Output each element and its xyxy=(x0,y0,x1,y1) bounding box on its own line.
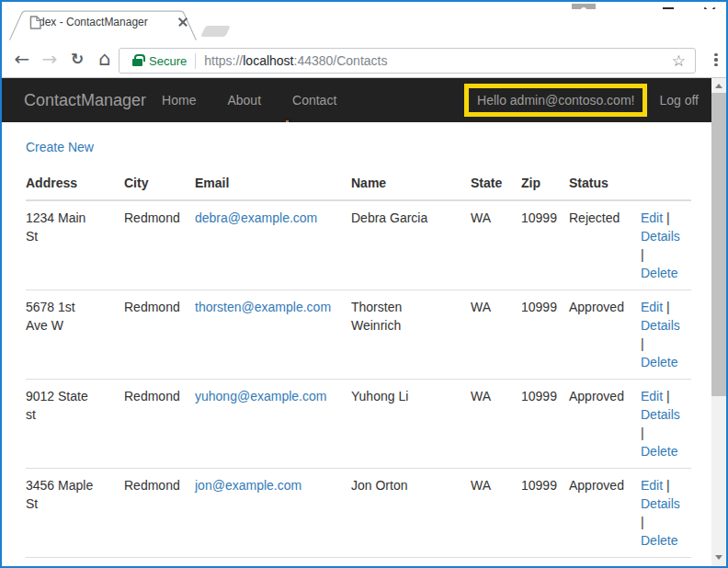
tab-title: Index - ContactManager xyxy=(29,16,171,28)
cell-zip: 10999 xyxy=(521,469,569,558)
cell-address: 1234 Main St xyxy=(26,200,124,290)
delete-link[interactable]: Delete xyxy=(641,444,677,459)
table-row: 5678 1st Ave W Redmond thorsten@example.… xyxy=(26,290,691,380)
url-scheme: https:// xyxy=(204,53,243,68)
bookmark-star-icon[interactable]: ☆ xyxy=(672,51,686,70)
email-link[interactable]: jon@example.com xyxy=(195,478,301,493)
cell-state: WA xyxy=(471,380,521,469)
contacts-table: Address City Email Name State Zip Status… xyxy=(26,166,691,558)
cell-name: Yuhong Li xyxy=(351,380,471,469)
edit-link[interactable]: Edit xyxy=(641,300,663,314)
delete-link[interactable]: Delete xyxy=(641,533,677,548)
email-link[interactable]: yuhong@example.com xyxy=(195,389,326,403)
cell-zip: 10999 xyxy=(521,380,569,469)
cell-address: 9012 State st xyxy=(26,380,124,469)
page-content: Create New Address City Email Name State… xyxy=(2,122,711,566)
app-navbar: ContactManager Home About Contact Hello … xyxy=(2,78,711,122)
col-header-zip: Zip xyxy=(521,166,569,200)
action-separator: | xyxy=(666,300,670,314)
nav-contact-link[interactable]: Contact xyxy=(277,93,352,108)
cell-address: 3456 Maple St xyxy=(26,469,124,558)
browser-toolbar: ← → ↻ ⌂ Secure https://localhost:44380/C… xyxy=(2,40,726,78)
cell-status: Rejected xyxy=(569,200,641,290)
col-header-city: City xyxy=(124,166,195,200)
edit-link[interactable]: Edit xyxy=(641,210,663,225)
cell-state: WA xyxy=(471,200,521,290)
details-link[interactable]: Details xyxy=(641,407,680,422)
cell-actions: Edit | Details | Delete xyxy=(641,469,691,558)
edit-link[interactable]: Edit xyxy=(641,478,663,493)
scrollbar-thumb[interactable] xyxy=(711,93,726,396)
cell-status: Approved xyxy=(569,469,641,558)
scroll-up-button[interactable] xyxy=(711,78,726,93)
tab-strip: Index - ContactManager xyxy=(2,9,726,40)
cell-state: WA xyxy=(471,290,521,380)
reload-icon[interactable]: ↻ xyxy=(64,40,90,77)
cell-city: Redmond xyxy=(124,469,195,558)
table-row: 9012 State st Redmond yuhong@example.com… xyxy=(26,380,691,469)
greeting-highlight-box: Hello admin@contoso.com! xyxy=(464,84,647,117)
url-path: :44380/Contacts xyxy=(294,53,388,68)
delete-link[interactable]: Delete xyxy=(641,266,677,280)
action-separator: | xyxy=(666,478,670,493)
email-link[interactable]: thorsten@example.com xyxy=(195,300,331,314)
cell-status: Approved xyxy=(569,290,641,380)
tab-close-icon[interactable] xyxy=(178,17,188,27)
cell-zip: 10999 xyxy=(521,200,569,290)
back-icon[interactable]: ← xyxy=(9,40,35,77)
cell-actions: Edit | Details | Delete xyxy=(641,200,691,290)
col-header-address: Address xyxy=(26,166,124,200)
cell-state: WA xyxy=(471,469,521,558)
secure-badge[interactable]: Secure xyxy=(149,54,187,68)
details-link[interactable]: Details xyxy=(641,229,680,244)
cell-city: Redmond xyxy=(124,290,195,380)
nav-about-link[interactable]: About xyxy=(211,93,277,108)
col-header-actions xyxy=(641,166,691,200)
col-header-state: State xyxy=(471,166,521,200)
url-host: localhost xyxy=(243,53,293,68)
cell-address: 5678 1st Ave W xyxy=(26,290,124,380)
cell-status: Approved xyxy=(569,380,641,469)
brand-link[interactable]: ContactManager xyxy=(24,91,146,110)
action-separator: | xyxy=(641,515,644,529)
browser-menu-icon[interactable] xyxy=(706,49,726,71)
col-header-name: Name xyxy=(351,166,471,200)
email-link[interactable]: debra@example.com xyxy=(195,210,317,225)
omnibox-divider xyxy=(195,53,196,69)
col-header-email: Email xyxy=(195,166,351,200)
scroll-down-button[interactable] xyxy=(711,550,726,564)
new-tab-button[interactable] xyxy=(200,26,231,37)
details-link[interactable]: Details xyxy=(641,318,680,333)
nav-home-link[interactable]: Home xyxy=(146,93,211,108)
browser-window: Index - ContactManager ← → ↻ ⌂ Secure ht… xyxy=(0,0,728,568)
action-separator: | xyxy=(641,247,644,262)
edit-link[interactable]: Edit xyxy=(641,389,663,403)
padlock-icon xyxy=(132,59,142,66)
action-separator: | xyxy=(641,426,644,440)
action-separator: | xyxy=(666,210,670,225)
details-link[interactable]: Details xyxy=(641,496,680,511)
log-off-link[interactable]: Log off xyxy=(659,93,699,108)
cell-city: Redmond xyxy=(124,200,195,290)
cell-city: Redmond xyxy=(124,380,195,469)
scroll-up-icon xyxy=(715,84,722,88)
action-separator: | xyxy=(666,389,670,403)
create-new-link[interactable]: Create New xyxy=(26,138,94,156)
delete-link[interactable]: Delete xyxy=(641,355,677,369)
cell-actions: Edit | Details | Delete xyxy=(641,290,691,380)
address-bar[interactable]: Secure https://localhost:44380/Contacts … xyxy=(119,48,696,74)
forward-icon[interactable]: → xyxy=(37,40,63,77)
browser-tab[interactable]: Index - ContactManager xyxy=(9,10,197,40)
cell-name: Jon Orton xyxy=(351,469,471,558)
vertical-scrollbar[interactable] xyxy=(711,78,726,566)
home-icon[interactable]: ⌂ xyxy=(92,40,118,77)
action-separator: | xyxy=(641,336,644,351)
cell-name: Thorsten Weinrich xyxy=(351,290,471,380)
scroll-down-icon xyxy=(715,555,722,560)
table-row: 1234 Main St Redmond debra@example.com D… xyxy=(26,200,691,290)
col-header-status: Status xyxy=(569,166,641,200)
manage-account-link[interactable]: Hello admin@contoso.com! xyxy=(477,93,634,108)
table-row: 3456 Maple St Redmond jon@example.com Jo… xyxy=(26,469,691,558)
cell-name: Debra Garcia xyxy=(351,200,471,290)
table-header-row: Address City Email Name State Zip Status xyxy=(26,166,691,200)
